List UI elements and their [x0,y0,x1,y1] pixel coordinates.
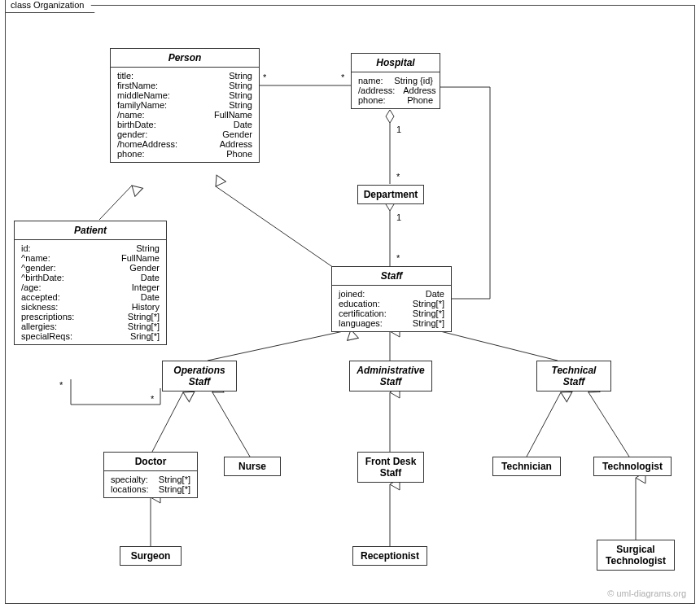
attr-row: /name:FullName [117,110,252,120]
mult-dept-staff-star: * [396,253,400,263]
class-hospital: Hospital name:String {id}/address:Addres… [351,53,440,109]
class-surgeon: Surgeon [120,546,182,566]
attr-row: id:String [21,243,160,253]
mult-patient-ops-t: * [59,380,63,390]
attr-row: gender:Gender [117,129,252,139]
mult-person-hospital-l: * [263,72,266,82]
mult-person-hospital-r: * [341,72,344,82]
svg-line-5 [208,330,351,361]
class-doctor-attrs: specialty:String[*]locations:String[*] [104,471,197,497]
copyright: © uml-diagrams.org [607,588,686,598]
class-patient-name: Patient [15,221,166,239]
class-front-desk-staff-name: Front DeskStaff [358,453,423,482]
attr-row: certification:String[*] [339,308,444,318]
package-frame: class Organization [5,5,695,604]
class-administrative-staff-name: AdministrativeStaff [350,361,431,391]
class-technologist-name: Technologist [594,457,671,475]
svg-line-11 [527,392,561,457]
attr-row: /homeAddress:Address [117,139,252,149]
class-doctor: Doctor specialty:String[*]locations:Stri… [103,452,198,498]
class-staff-attrs: joined:Dateeducation:String[*]certificat… [332,286,451,331]
class-surgical-technologist: SurgicalTechnologist [597,540,675,571]
class-department: Department [357,185,424,204]
attr-row: firstName:String [117,81,252,90]
mult-dept-staff-one: 1 [396,212,401,222]
class-staff: Staff joined:Dateeducation:String[*]cert… [331,266,452,332]
attr-row: /age:Integer [21,282,160,292]
attr-row: joined:Date [339,289,444,299]
class-hospital-attrs: name:String {id}/address:Addressphone:Ph… [352,72,440,108]
attr-row: familyName:String [117,100,252,110]
attr-row: phone:Phone [358,95,433,105]
class-person: Person title:StringfirstName:Stringmiddl… [110,48,260,163]
mult-patient-ops-b: * [151,394,154,404]
class-doctor-name: Doctor [104,453,197,470]
class-department-name: Department [358,186,423,203]
svg-line-9 [212,392,250,457]
class-operations-staff-name: OperationsStaff [163,361,236,391]
attr-row: specialty:String[*] [111,475,190,484]
frame-title: class Organization [5,0,95,13]
attr-row: locations:String[*] [111,484,190,494]
class-person-attrs: title:StringfirstName:StringmiddleName:S… [111,68,259,162]
class-technical-staff: TechnicalStaff [536,361,611,391]
attr-row: ^birthDate:Date [21,273,160,282]
mult-hospital-dept-star: * [396,172,400,182]
class-person-name: Person [111,49,259,67]
svg-line-8 [152,392,183,452]
attr-row: allergies:String[*] [21,321,160,331]
class-technical-staff-name: TechnicalStaff [537,361,610,391]
class-staff-name: Staff [332,267,451,285]
class-technician: Technician [492,457,561,476]
attr-row: prescriptions:String[*] [21,312,160,321]
svg-line-3 [99,186,132,220]
attr-row: accepted:Date [21,292,160,302]
class-receptionist-name: Receptionist [353,547,427,565]
class-nurse: Nurse [224,457,281,476]
class-surgeon-name: Surgeon [120,547,181,565]
attr-row: middleName:String [117,90,252,100]
attr-row: title:String [117,71,252,81]
attr-row: education:String[*] [339,299,444,308]
class-operations-staff: OperationsStaff [162,361,237,391]
class-technician-name: Technician [493,457,560,475]
attr-row: phone:Phone [117,149,252,159]
svg-line-12 [588,392,629,457]
attr-row: languages:String[*] [339,318,444,328]
class-nurse-name: Nurse [225,457,280,475]
class-front-desk-staff: Front DeskStaff [357,452,424,483]
attr-row: ^gender:Gender [21,263,160,273]
attr-row: name:String {id} [358,76,433,85]
class-hospital-name: Hospital [352,54,440,72]
class-technologist: Technologist [593,457,672,476]
class-receptionist: Receptionist [352,546,427,566]
attr-row: specialReqs:Sring[*] [21,331,160,341]
class-administrative-staff: AdministrativeStaff [349,361,432,391]
svg-line-7 [434,330,558,361]
class-surgical-technologist-name: SurgicalTechnologist [597,540,674,570]
canvas: class Organization [0,0,700,608]
attr-row: sickness:History [21,302,160,312]
svg-line-4 [216,186,336,269]
class-patient: Patient id:String^name:FullName^gender:G… [14,221,167,345]
attr-row: birthDate:Date [117,120,252,129]
mult-hospital-dept-one: 1 [396,125,401,134]
class-patient-attrs: id:String^name:FullName^gender:Gender^bi… [15,240,166,344]
attr-row: /address:Address [358,85,433,95]
attr-row: ^name:FullName [21,253,160,263]
